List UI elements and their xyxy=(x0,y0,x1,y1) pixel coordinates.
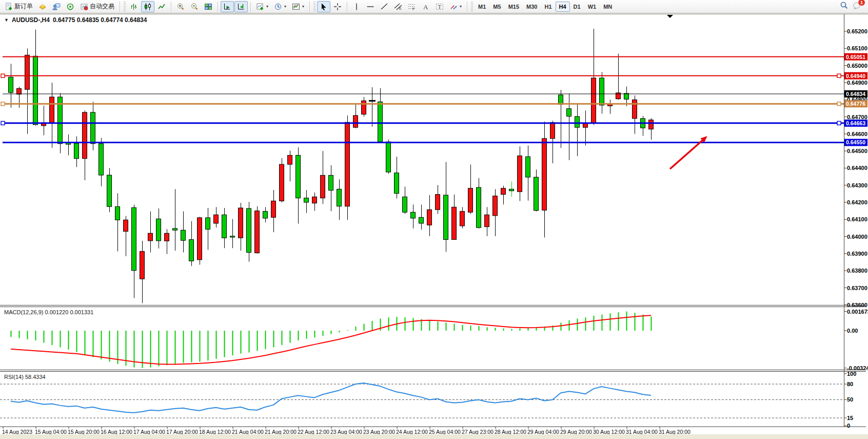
gold-button[interactable] xyxy=(36,1,49,12)
ohlc-values: 0.64775 0.64835 0.64774 0.64834 xyxy=(53,16,147,24)
indicators-button[interactable]: ▾ xyxy=(253,1,271,12)
svg-text:0.64834: 0.64834 xyxy=(846,91,865,97)
svg-text:23 Aug 20:00: 23 Aug 20:00 xyxy=(363,429,395,434)
chart-dropdown-icon[interactable]: ▼ xyxy=(4,17,9,23)
dropdown-caret: ▾ xyxy=(302,4,304,9)
arrows-button[interactable]: ▾ xyxy=(447,1,464,12)
new-order-button[interactable]: 新订单 xyxy=(2,1,35,12)
candlestick-icon xyxy=(144,3,152,11)
text-button[interactable]: A xyxy=(419,1,432,12)
channel-icon: E xyxy=(394,3,402,11)
svg-text:15 Aug 20:00: 15 Aug 20:00 xyxy=(68,429,100,434)
autotrading-label: 自动交易 xyxy=(90,2,114,11)
svg-text:31 Aug 20:00: 31 Aug 20:00 xyxy=(659,429,691,434)
toolbar-grip xyxy=(471,2,473,12)
cursor-icon xyxy=(320,3,328,11)
svg-text:21 Aug 20:00: 21 Aug 20:00 xyxy=(265,429,297,434)
timeframe-M15[interactable]: M15 xyxy=(505,2,523,12)
toolbar-separator xyxy=(171,2,171,12)
broadcast-button[interactable] xyxy=(64,1,77,12)
notification-badge: 1 xyxy=(858,0,865,6)
svg-text:0.64400: 0.64400 xyxy=(847,165,867,171)
timeframe-H4[interactable]: H4 xyxy=(556,2,570,12)
svg-text:0.65000: 0.65000 xyxy=(847,63,867,69)
svg-text:T: T xyxy=(438,4,442,10)
macd-label: MACD(12,26,9) 0.001220 0.001331 xyxy=(4,309,93,315)
vertical-line-icon xyxy=(352,3,361,11)
zoom-in-button[interactable] xyxy=(174,1,187,12)
line-chart-icon xyxy=(157,3,166,11)
svg-text:24 Aug 12:00: 24 Aug 12:00 xyxy=(396,429,428,434)
line-chart-button[interactable] xyxy=(155,1,168,12)
timeframe-M30[interactable]: M30 xyxy=(523,2,541,12)
svg-text:80: 80 xyxy=(847,381,853,387)
crosshair-icon xyxy=(333,3,342,11)
timeframe-D1[interactable]: D1 xyxy=(570,2,584,12)
chart-plot[interactable]: 0.652000.651000.650000.649000.648000.647… xyxy=(0,14,868,434)
text-label-button[interactable]: T xyxy=(433,1,446,12)
svg-text:0.64200: 0.64200 xyxy=(847,199,867,205)
chart-shift-button[interactable] xyxy=(234,1,248,12)
svg-text:0.64100: 0.64100 xyxy=(847,216,867,222)
svg-text:0.64300: 0.64300 xyxy=(847,182,867,188)
svg-text:31 Aug 04:00: 31 Aug 04:00 xyxy=(626,429,658,434)
bar-chart-icon xyxy=(130,3,138,11)
svg-text:16 Aug 12:00: 16 Aug 12:00 xyxy=(101,429,132,434)
timeframe-group: M1M5M15M30H1H4D1W1MN xyxy=(475,2,616,12)
zoom-out-button[interactable] xyxy=(188,1,201,12)
svg-text:0.64600: 0.64600 xyxy=(847,131,867,137)
auto-scroll-button[interactable] xyxy=(221,1,234,12)
svg-text:27 Aug 23:00: 27 Aug 23:00 xyxy=(462,429,494,434)
svg-text:E: E xyxy=(399,7,402,10)
horizontal-line-button[interactable] xyxy=(364,1,377,12)
toolbar-grip xyxy=(313,2,315,12)
crosshair-button[interactable] xyxy=(331,1,344,12)
tile-windows-button[interactable] xyxy=(202,1,215,12)
fibonacci-button[interactable]: F xyxy=(405,1,419,12)
community-button[interactable] xyxy=(50,1,63,12)
timeframe-MN[interactable]: MN xyxy=(600,2,616,12)
svg-text:15: 15 xyxy=(847,415,853,421)
dropdown-caret: ▾ xyxy=(460,4,462,9)
text-a-icon: A xyxy=(422,3,430,11)
dropdown-caret: ▾ xyxy=(284,4,286,9)
timeframe-H1[interactable]: H1 xyxy=(541,2,555,12)
svg-text:14 Aug 2023: 14 Aug 2023 xyxy=(2,429,32,434)
toolbar-grip xyxy=(124,2,126,12)
periods-button[interactable]: ▾ xyxy=(271,1,289,12)
svg-text:F: F xyxy=(412,7,415,11)
toolbar: 新订单 自动交易 xyxy=(0,0,868,13)
templates-button[interactable]: ▾ xyxy=(289,1,307,12)
svg-text:0.65100: 0.65100 xyxy=(847,45,867,51)
equidistant-channel-button[interactable]: E xyxy=(391,1,405,12)
horizontal-line-icon xyxy=(366,3,374,11)
notifications-button[interactable]: 1 xyxy=(853,2,862,12)
timeframe-W1[interactable]: W1 xyxy=(584,2,600,12)
vertical-line-button[interactable] xyxy=(350,1,363,12)
svg-text:0.64700: 0.64700 xyxy=(847,114,867,120)
timeframe-M1[interactable]: M1 xyxy=(475,2,489,12)
toolbar-separator xyxy=(309,2,310,12)
trendline-button[interactable] xyxy=(378,1,391,12)
autotrading-button[interactable]: 自动交易 xyxy=(77,1,117,12)
svg-text:0.63700: 0.63700 xyxy=(847,285,867,291)
candlestick-chart-button[interactable] xyxy=(141,1,154,12)
clock-icon xyxy=(274,3,282,11)
svg-text:50: 50 xyxy=(847,396,853,403)
bar-chart-button[interactable] xyxy=(127,1,141,12)
svg-text:0.001673: 0.001673 xyxy=(847,309,868,315)
broadcast-icon xyxy=(66,3,74,11)
svg-text:0.64940: 0.64940 xyxy=(846,73,865,79)
svg-text:0: 0 xyxy=(847,423,850,429)
svg-text:0.63800: 0.63800 xyxy=(847,268,867,274)
chart-window[interactable]: 0.652000.651000.650000.649000.648000.647… xyxy=(0,14,868,434)
svg-text:21 Aug 04:00: 21 Aug 04:00 xyxy=(232,429,264,434)
timeframe-M5[interactable]: M5 xyxy=(489,2,504,12)
svg-text:0.64776: 0.64776 xyxy=(846,101,865,107)
svg-text:0.65051: 0.65051 xyxy=(846,54,865,60)
cursor-button[interactable] xyxy=(317,1,330,12)
fibonacci-icon: F xyxy=(408,3,416,11)
search-icon[interactable] xyxy=(840,1,849,12)
toolbar-separator xyxy=(347,2,347,12)
svg-text:18 Aug 12:00: 18 Aug 12:00 xyxy=(199,429,231,434)
